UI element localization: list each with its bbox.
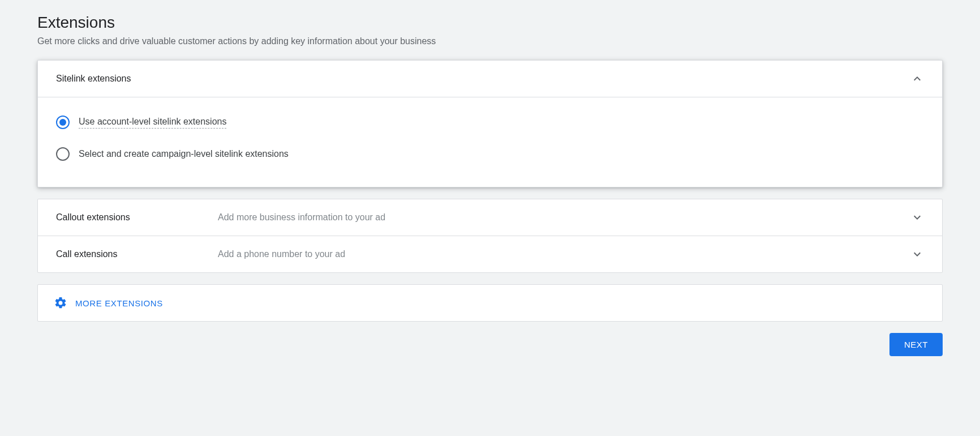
call-extensions-row[interactable]: Call extensions Add a phone number to yo… bbox=[38, 236, 942, 272]
radio-campaign-level-label: Select and create campaign-level sitelin… bbox=[79, 149, 289, 159]
callout-extensions-row[interactable]: Callout extensions Add more business inf… bbox=[38, 199, 942, 236]
page-subtitle: Get more clicks and drive valuable custo… bbox=[37, 36, 943, 46]
page-title: Extensions bbox=[37, 14, 943, 32]
gear-icon bbox=[54, 296, 67, 310]
more-extensions-label: MORE EXTENSIONS bbox=[75, 298, 163, 308]
radio-selected-icon bbox=[56, 116, 70, 129]
radio-campaign-level[interactable]: Select and create campaign-level sitelin… bbox=[56, 142, 924, 166]
chevron-down-icon bbox=[910, 247, 924, 261]
footer: NEXT bbox=[37, 333, 943, 356]
callout-title: Callout extensions bbox=[56, 212, 218, 223]
collapsed-extensions-group: Callout extensions Add more business inf… bbox=[37, 199, 943, 273]
chevron-up-icon bbox=[910, 72, 924, 86]
call-title: Call extensions bbox=[56, 249, 218, 259]
callout-hint: Add more business information to your ad bbox=[218, 212, 910, 223]
sitelink-card-title: Sitelink extensions bbox=[56, 74, 218, 84]
next-button[interactable]: NEXT bbox=[889, 333, 943, 356]
sitelink-card-header[interactable]: Sitelink extensions bbox=[38, 61, 942, 97]
extensions-page: Extensions Get more clicks and drive val… bbox=[37, 14, 943, 356]
radio-account-level-label: Use account-level sitelink extensions bbox=[79, 117, 226, 129]
sitelink-card-body: Use account-level sitelink extensions Se… bbox=[38, 97, 942, 187]
radio-account-level[interactable]: Use account-level sitelink extensions bbox=[56, 110, 924, 135]
sitelink-extensions-card: Sitelink extensions Use account-level si… bbox=[37, 60, 943, 187]
chevron-down-icon bbox=[910, 211, 924, 224]
call-hint: Add a phone number to your ad bbox=[218, 249, 910, 259]
radio-unselected-icon bbox=[56, 147, 70, 161]
more-extensions-button[interactable]: MORE EXTENSIONS bbox=[37, 284, 943, 322]
